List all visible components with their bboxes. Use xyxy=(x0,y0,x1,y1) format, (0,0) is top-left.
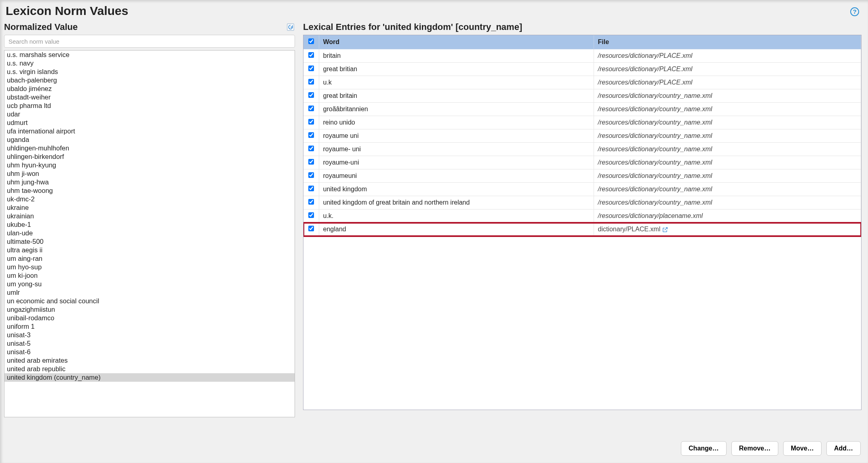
list-item[interactable]: ucb pharma ltd xyxy=(4,101,295,110)
word-cell: great britian xyxy=(319,63,594,76)
list-item[interactable]: ukraine xyxy=(4,203,295,212)
add-button[interactable]: Add… xyxy=(826,441,861,456)
table-row[interactable]: united kingdom/resources/dictionary/coun… xyxy=(303,183,861,196)
remove-button[interactable]: Remove… xyxy=(731,441,778,456)
list-item[interactable]: ukube-1 xyxy=(4,220,295,229)
list-item[interactable]: u.s. marshals service xyxy=(4,51,295,59)
list-item[interactable]: um hyo-sup xyxy=(4,263,295,271)
word-cell: royaume-uni xyxy=(319,156,594,169)
table-row[interactable]: u.k./resources/dictionary/placename.xml xyxy=(303,209,861,223)
list-item[interactable]: united arab emirates xyxy=(4,356,295,365)
table-row[interactable]: royaume-uni/resources/dictionary/country… xyxy=(303,156,861,169)
word-cell: royaume- uni xyxy=(319,143,594,156)
list-item[interactable]: ulan-ude xyxy=(4,229,295,237)
file-cell: /resources/dictionary/country_name.xml xyxy=(594,103,861,116)
list-item[interactable]: uk-dmc-2 xyxy=(4,195,295,203)
list-item[interactable]: ukrainian xyxy=(4,212,295,220)
list-item[interactable]: uhldingen-muhlhofen xyxy=(4,144,295,152)
list-item[interactable]: unisat-5 xyxy=(4,339,295,348)
header-file[interactable]: File xyxy=(594,35,861,49)
table-row[interactable]: englanddictionary/PLACE.xml xyxy=(303,223,861,236)
list-item[interactable]: united arab republic xyxy=(4,365,295,373)
list-item[interactable]: un economic and social council xyxy=(4,297,295,305)
word-cell: u.k xyxy=(319,76,594,89)
file-cell: /resources/dictionary/country_name.xml xyxy=(594,116,861,129)
change-button[interactable]: Change… xyxy=(681,441,727,456)
list-item[interactable]: udar xyxy=(4,110,295,118)
table-row[interactable]: britain/resources/dictionary/PLACE.xml xyxy=(303,49,861,63)
row-checkbox[interactable] xyxy=(303,183,319,196)
row-checkbox[interactable] xyxy=(303,76,319,89)
row-checkbox[interactable] xyxy=(303,129,319,143)
external-link-icon[interactable] xyxy=(662,226,668,233)
row-checkbox[interactable] xyxy=(303,49,319,63)
list-item[interactable]: um aing-ran xyxy=(4,254,295,263)
table-row[interactable]: u.k/resources/dictionary/PLACE.xml xyxy=(303,76,861,89)
row-checkbox[interactable] xyxy=(303,209,319,223)
word-cell: royaumeuni xyxy=(319,169,594,183)
search-input[interactable] xyxy=(4,35,295,48)
table-row[interactable]: reino unido/resources/dictionary/country… xyxy=(303,116,861,129)
file-cell: /resources/dictionary/country_name.xml xyxy=(594,156,861,169)
list-item[interactable]: ultimate-500 xyxy=(4,237,295,246)
file-cell: /resources/dictionary/PLACE.xml xyxy=(594,49,861,63)
list-item[interactable]: uhm jung-hwa xyxy=(4,178,295,186)
norm-value-list[interactable]: u.s. marshals serviceu.s. navyu.s. virgi… xyxy=(4,50,295,417)
list-item[interactable]: uhm hyun-kyung xyxy=(4,161,295,169)
list-item[interactable]: uganda xyxy=(4,135,295,144)
list-item[interactable]: uhm ji-won xyxy=(4,169,295,178)
table-row[interactable]: united kingdom of great britain and nort… xyxy=(303,196,861,209)
list-item[interactable]: unibail-rodamco xyxy=(4,314,295,322)
list-item[interactable]: ubach-palenberg xyxy=(4,76,295,85)
list-item[interactable]: u.s. virgin islands xyxy=(4,68,295,76)
help-icon[interactable]: ? xyxy=(850,7,859,16)
row-checkbox[interactable] xyxy=(303,143,319,156)
list-item[interactable]: umlr xyxy=(4,288,295,297)
list-item[interactable]: uniform 1 xyxy=(4,322,295,331)
file-cell: /resources/dictionary/country_name.xml xyxy=(594,143,861,156)
row-checkbox[interactable] xyxy=(303,116,319,129)
list-item[interactable]: uhm tae-woong xyxy=(4,186,295,195)
row-checkbox[interactable] xyxy=(303,196,319,209)
list-item[interactable]: unisat-3 xyxy=(4,331,295,339)
row-checkbox[interactable] xyxy=(303,223,319,236)
table-row[interactable]: great britain/resources/dictionary/count… xyxy=(303,89,861,103)
word-cell: groãâbritannien xyxy=(319,103,594,116)
row-checkbox[interactable] xyxy=(303,103,319,116)
refresh-icon[interactable] xyxy=(286,23,295,32)
list-item[interactable]: ubaldo jiménez xyxy=(4,85,295,93)
list-item[interactable]: ultra aegis ii xyxy=(4,246,295,254)
list-item[interactable]: ufa international airport xyxy=(4,127,295,135)
file-cell: /resources/dictionary/PLACE.xml xyxy=(594,63,861,76)
file-cell: /resources/dictionary/PLACE.xml xyxy=(594,76,861,89)
list-item[interactable]: um yong-su xyxy=(4,280,295,288)
file-cell: /resources/dictionary/country_name.xml xyxy=(594,129,861,143)
header-word[interactable]: Word xyxy=(319,35,594,49)
list-item[interactable]: um ki-joon xyxy=(4,271,295,280)
file-cell: dictionary/PLACE.xml xyxy=(594,223,861,236)
row-checkbox[interactable] xyxy=(303,156,319,169)
row-checkbox[interactable] xyxy=(303,63,319,76)
list-item[interactable]: udmurt xyxy=(4,118,295,127)
move-button[interactable]: Move… xyxy=(783,441,822,456)
list-item[interactable]: united kingdom (country_name) xyxy=(4,373,295,382)
word-cell: england xyxy=(319,223,594,236)
table-row[interactable]: royaume uni/resources/dictionary/country… xyxy=(303,129,861,143)
word-cell: united kingdom of great britain and nort… xyxy=(319,196,594,209)
table-row[interactable]: royaume- uni/resources/dictionary/countr… xyxy=(303,143,861,156)
file-cell: /resources/dictionary/country_name.xml xyxy=(594,89,861,103)
list-item[interactable]: uhlingen-birkendorf xyxy=(4,152,295,161)
list-item[interactable]: ungazighmiistun xyxy=(4,305,295,314)
entries-table: Word File britain/resources/dictionary/P… xyxy=(303,35,861,236)
list-item[interactable]: ubstadt-weiher xyxy=(4,93,295,101)
table-row[interactable]: great britian/resources/dictionary/PLACE… xyxy=(303,63,861,76)
list-item[interactable]: unisat-6 xyxy=(4,348,295,356)
list-item[interactable]: u.s. navy xyxy=(4,59,295,68)
table-row[interactable]: royaumeuni/resources/dictionary/country_… xyxy=(303,169,861,183)
row-checkbox[interactable] xyxy=(303,169,319,183)
row-checkbox[interactable] xyxy=(303,89,319,103)
header-checkbox[interactable] xyxy=(303,35,319,49)
word-cell: royaume uni xyxy=(319,129,594,143)
word-cell: britain xyxy=(319,49,594,63)
table-row[interactable]: groãâbritannien/resources/dictionary/cou… xyxy=(303,103,861,116)
